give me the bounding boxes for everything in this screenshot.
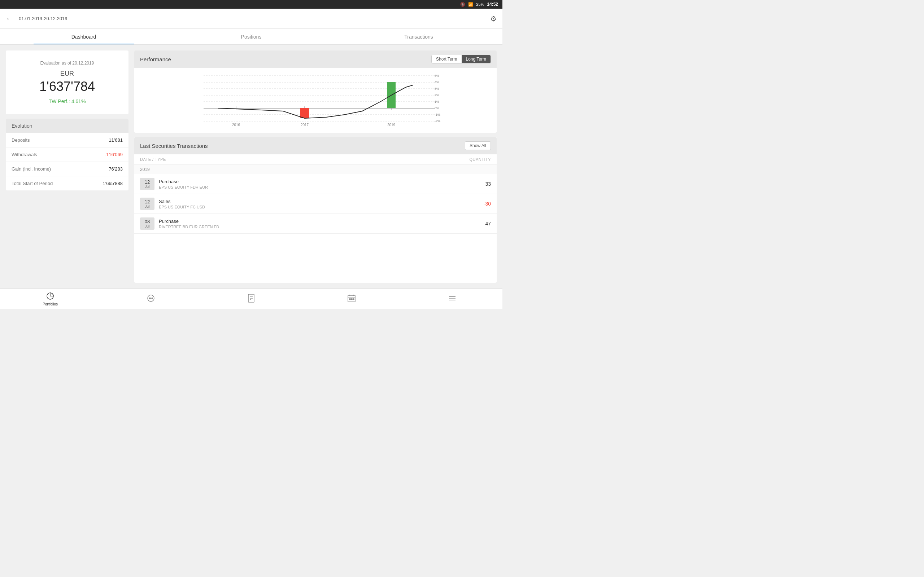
svg-rect-41 [353,298,354,300]
performance-chart: 5% 4% 3% 2% 1% 0% -1% -2% 2016 2017 2019 [134,68,497,133]
perf-value: 4.61% [71,98,86,104]
month-3: Jul [142,224,152,228]
evolution-row-withdrawals: Withdrawals -116'069 [6,148,129,162]
trans-info-3: Purchase RIVERTREE BD EUR GREEN FD [159,219,481,229]
trans-qty-3: 47 [485,221,491,226]
trans-type-3: Purchase [159,219,481,224]
evaluation-amount: 1'637'784 [15,79,120,94]
deposits-value: 11'681 [109,137,123,143]
col-date-type: DATE / TYPE [140,157,166,161]
performance-toggle-group: Short Term Long Term [431,55,491,63]
evolution-card: Evolution Deposits 11'681 Withdrawals -1… [6,119,129,190]
performance-title: Performance [140,56,171,62]
gain-value: 76'283 [109,166,123,172]
nav-documents[interactable] [201,294,301,304]
total-label: Total Start of Period [11,181,53,186]
svg-text:2017: 2017 [300,123,309,127]
evaluation-label: Evaluation as of 20.12.2019 [15,61,120,66]
nav-list[interactable] [402,294,502,304]
evolution-row-gain: Gain (incl. Income) 76'283 [6,162,129,176]
nav-portfolios[interactable]: Portfolios [0,292,100,306]
list-icon [448,294,457,304]
messages-icon [147,294,155,304]
transactions-card: Last Securities Transactions Show All DA… [134,137,497,283]
day-1: 12 [142,179,152,185]
tab-transactions[interactable]: Transactions [335,29,502,44]
header-date-range: 01.01.2019-20.12.2019 [19,16,490,21]
status-bar-time: 14:52 [487,2,498,7]
tab-dashboard[interactable]: Dashboard [0,29,168,44]
year-group-label: 2019 [134,165,497,174]
wifi-icon: 📶 [468,2,473,7]
portfolios-icon [46,292,55,301]
perf-label: TW Perf.: [49,98,70,104]
svg-text:-2%: -2% [435,119,440,123]
evaluation-card: Evaluation as of 20.12.2019 EUR 1'637'78… [6,50,129,114]
nav-messages[interactable] [100,294,201,304]
nav-calendar[interactable] [301,294,402,304]
evaluation-perf: TW Perf.: 4.61% [15,98,120,104]
app-header: ← 01.01.2019-20.12.2019 ⚙ [0,9,502,29]
trans-type-1: Purchase [159,179,481,184]
trans-info-2: Sales EPS US EQUITY FC USD [159,199,479,209]
trans-qty-1: 33 [485,181,491,187]
performance-chart-svg: 5% 4% 3% 2% 1% 0% -1% -2% 2016 2017 2019 [137,72,494,130]
date-badge-1: 12 Jul [140,178,155,190]
main-tabs: Dashboard Positions Transactions [0,29,502,45]
svg-text:1%: 1% [435,100,439,103]
evolution-row-deposits: Deposits 11'681 [6,133,129,148]
deposits-label: Deposits [11,137,30,143]
transaction-row-3: 08 Jul Purchase RIVERTREE BD EUR GREEN F… [134,214,497,234]
back-button[interactable]: ← [6,15,13,23]
withdrawals-value: -116'069 [105,152,123,157]
transactions-col-headers: DATE / TYPE QUANTITY [134,154,497,165]
main-content: Evaluation as of 20.12.2019 EUR 1'637'78… [0,45,502,288]
left-column: Evaluation as of 20.12.2019 EUR 1'637'78… [6,50,129,283]
svg-text:-1%: -1% [435,113,440,116]
performance-header: Performance Short Term Long Term [134,50,497,68]
battery-level: 25% [476,2,484,6]
svg-text:5%: 5% [435,74,439,77]
bottom-nav: Portfolios [0,288,502,309]
status-bar: 🔇 📶 25% 14:52 [0,0,502,9]
svg-text:2016: 2016 [232,123,241,127]
month-2: Jul [142,205,152,208]
transaction-row-2: 12 Jul Sales EPS US EQUITY FC USD -30 [134,194,497,214]
documents-icon [247,294,255,304]
long-term-toggle[interactable]: Long Term [462,55,491,63]
date-badge-3: 08 Jul [140,218,155,230]
short-term-toggle[interactable]: Short Term [432,55,461,63]
evolution-header: Evolution [6,119,129,133]
month-1: Jul [142,185,152,189]
withdrawals-label: Withdrawals [11,152,37,157]
day-3: 08 [142,219,152,224]
svg-point-30 [152,298,152,298]
svg-text:2019: 2019 [387,123,396,127]
transactions-header: Last Securities Transactions Show All [134,137,497,154]
svg-text:0%: 0% [435,106,439,110]
gain-label: Gain (incl. Income) [11,166,51,172]
svg-text:3%: 3% [435,87,439,90]
trans-info-1: Purchase EPS US EQUITY FDH EUR [159,179,481,189]
trans-name-2: EPS US EQUITY FC USD [159,205,479,209]
date-badge-2: 12 Jul [140,198,155,210]
transactions-title: Last Securities Transactions [140,143,208,149]
mute-icon: 🔇 [460,2,465,7]
svg-rect-40 [351,298,352,300]
trans-qty-2: -30 [484,201,491,206]
total-value: 1'665'888 [102,181,123,186]
svg-text:4%: 4% [435,81,439,84]
svg-rect-39 [349,298,351,300]
evolution-row-total: Total Start of Period 1'665'888 [6,176,129,190]
show-all-button[interactable]: Show All [465,141,491,150]
col-quantity: QUANTITY [469,157,491,161]
settings-button[interactable]: ⚙ [490,15,497,23]
performance-card: Performance Short Term Long Term [134,50,497,133]
tab-positions[interactable]: Positions [168,29,335,44]
svg-text:2%: 2% [435,93,439,97]
trans-type-2: Sales [159,199,479,204]
svg-point-29 [150,298,151,298]
trans-name-1: EPS US EQUITY FDH EUR [159,185,481,189]
trans-name-3: RIVERTREE BD EUR GREEN FD [159,225,481,229]
calendar-icon [347,294,356,304]
